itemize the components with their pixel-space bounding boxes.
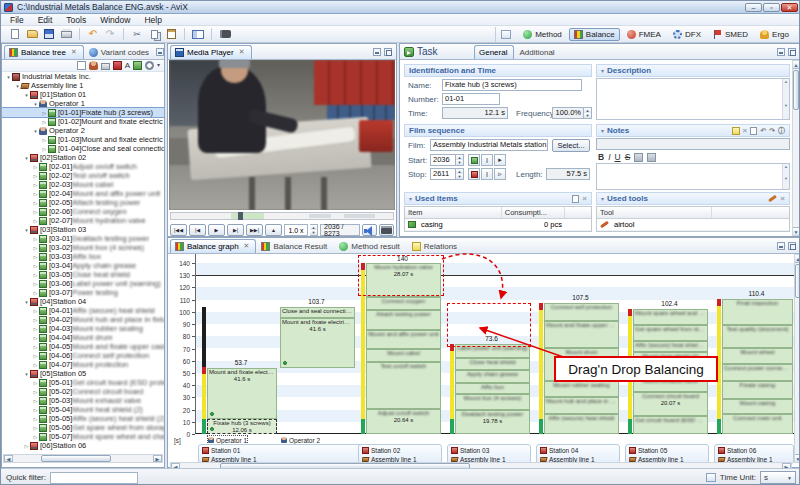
- tab-additional[interactable]: Additional: [514, 45, 561, 59]
- collapsed-arrow-icon[interactable]: ▷: [32, 272, 39, 278]
- menu-file[interactable]: File: [3, 15, 31, 25]
- task-block[interactable]: Attach testing power: [366, 310, 441, 330]
- description-textarea[interactable]: ▲▼: [596, 78, 790, 120]
- collapsed-arrow-icon[interactable]: ▷: [32, 182, 39, 188]
- expanded-arrow-icon[interactable]: ▾: [23, 155, 30, 161]
- seek-thumb[interactable]: [238, 212, 243, 220]
- tree-item[interactable]: ▷[04-02] Mount hub and place in fixture: [2, 315, 164, 324]
- station-card[interactable]: Station 02Assembly line 1: [358, 444, 442, 464]
- task-block[interactable]: Adjust on/off switch20.64 s: [366, 409, 441, 434]
- column-header[interactable]: Item: [405, 207, 502, 218]
- task-block[interactable]: Affix box: [455, 383, 530, 394]
- task-block[interactable]: Mount and fixate electric unit41.6 s: [280, 318, 355, 369]
- collapsed-arrow-icon[interactable]: ▷: [32, 353, 39, 359]
- time-unit-select[interactable]: s▼: [760, 471, 796, 484]
- insert-person-icon[interactable]: [634, 153, 643, 162]
- tab-variant-codes[interactable]: Variant codes: [84, 45, 156, 59]
- expanded-arrow-icon[interactable]: ▾: [23, 92, 30, 98]
- tree-item[interactable]: ▾[03] Station 03: [2, 225, 164, 234]
- expanded-arrow-icon[interactable]: ▾: [23, 299, 30, 305]
- perspective-ergo-button[interactable]: Ergo: [755, 28, 794, 41]
- task-block[interactable]: Final inspection: [722, 299, 793, 325]
- collapsed-arrow-icon[interactable]: ▷: [32, 425, 39, 431]
- collapsed-arrow-icon[interactable]: ▷: [32, 407, 39, 413]
- perspective-balance-button[interactable]: Balance: [569, 28, 620, 41]
- step-back-button[interactable]: |◀: [189, 224, 206, 236]
- tree-item[interactable]: ▷[02-02] Test on/off switch: [2, 171, 164, 180]
- collapsed-arrow-icon[interactable]: ▷: [41, 146, 48, 152]
- name-field[interactable]: Fixate hub (3 screws): [442, 79, 582, 91]
- select-film-button[interactable]: Select...: [552, 139, 590, 152]
- save-icon[interactable]: [41, 27, 57, 41]
- task-block[interactable]: Mount and fixate upper casing: [544, 321, 619, 348]
- minimize-view-icon[interactable]: [777, 48, 785, 56]
- expanded-arrow-icon[interactable]: ▾: [23, 227, 30, 233]
- tree-item[interactable]: ▷[01-03] Mount and fixate electric unit: [2, 135, 164, 144]
- tab-balance-tree[interactable]: Balance tree✕: [4, 45, 84, 59]
- redo-icon[interactable]: ↷: [102, 27, 118, 41]
- table-row[interactable]: casing0 pcs: [405, 219, 591, 231]
- tab-balance-result[interactable]: Balance Result: [256, 239, 334, 253]
- minimize-button[interactable]: –: [745, 3, 762, 12]
- chart-vertical-scrollbar[interactable]: ▲▼: [794, 254, 800, 463]
- video-frame[interactable]: [169, 60, 395, 210]
- operator-label[interactable]: Operator 1: [208, 436, 247, 444]
- format-b-button[interactable]: B: [598, 152, 604, 162]
- station-card[interactable]: Station 03Assembly line 1: [447, 444, 531, 464]
- collapsed-arrow-icon[interactable]: ▷: [32, 200, 39, 206]
- notes-textarea[interactable]: ▲▼: [596, 163, 790, 190]
- tree-item[interactable]: ▷[04-06] Connect self protection: [2, 351, 164, 360]
- tree-horizontal-scrollbar[interactable]: ◀ ▶: [3, 454, 163, 463]
- copy-icon[interactable]: [750, 127, 757, 135]
- tab-media-player[interactable]: Media Player ✕: [170, 45, 252, 59]
- film-field[interactable]: Assembly Industrial Metals station 7.mpg: [430, 139, 548, 151]
- task-block[interactable]: Mount cabel: [366, 349, 441, 362]
- section-used-tools[interactable]: ▾Used tools ×: [596, 192, 790, 205]
- section-description[interactable]: ▾Description: [596, 64, 790, 77]
- set-start-frame-button[interactable]: [468, 154, 480, 166]
- minimize-view-icon[interactable]: [156, 48, 164, 56]
- add-tool-icon[interactable]: [768, 195, 777, 203]
- task-block[interactable]: Connect main unit: [722, 414, 793, 434]
- task-block[interactable]: Mount rubber sealing: [544, 381, 619, 397]
- menu-tools[interactable]: Tools: [59, 15, 93, 25]
- tree-item[interactable]: ▾[02] Station 02: [2, 153, 164, 162]
- task-block[interactable]: Mount and fixate electric unit41.6 s: [207, 368, 277, 419]
- cut-icon[interactable]: ✂: [129, 27, 145, 41]
- tree-item[interactable]: ▷[03-06] Label power unit (warning): [2, 279, 164, 288]
- redo-icon[interactable]: ↷: [769, 126, 775, 135]
- collapsed-arrow-icon[interactable]: ▷: [32, 335, 39, 341]
- tree-item[interactable]: ▾Operator 2: [2, 126, 164, 135]
- insert-image-icon[interactable]: [647, 153, 656, 162]
- eject-button[interactable]: ▲: [265, 224, 282, 236]
- expanded-arrow-icon[interactable]: ▾: [32, 128, 39, 134]
- tree-item[interactable]: ▾[01] Station 01: [2, 90, 164, 99]
- task-block[interactable]: Apply chain grease: [455, 370, 530, 383]
- tree-item[interactable]: ▷[02-05] Attach testing power: [2, 198, 164, 207]
- task-block[interactable]: Affix (secure) heat shield (2): [633, 341, 708, 352]
- station-card[interactable]: Station 06Assembly line 1: [714, 444, 794, 464]
- menu-edit[interactable]: Edit: [31, 15, 60, 25]
- tree-item[interactable]: ▷[03-03] Affix box: [2, 252, 164, 261]
- snapshot-button[interactable]: [379, 224, 394, 236]
- expanded-arrow-icon[interactable]: ▾: [32, 101, 39, 107]
- task-block[interactable]: Connect circuit board20.07 s: [633, 392, 708, 417]
- task-block[interactable]: Mount casing: [722, 399, 793, 414]
- tab-balance-graph[interactable]: Balance graph✕: [170, 239, 256, 253]
- perspective-other-button[interactable]: [496, 28, 516, 41]
- info-icon[interactable]: ⓘ: [778, 126, 785, 135]
- maximize-view-icon[interactable]: [788, 242, 796, 250]
- collapsed-arrow-icon[interactable]: ▷: [32, 317, 39, 323]
- minimize-view-icon[interactable]: [777, 242, 785, 250]
- new-file-icon[interactable]: [7, 27, 23, 41]
- text-icon[interactable]: A: [125, 61, 130, 70]
- collapsed-arrow-icon[interactable]: ▷: [32, 236, 39, 242]
- collapsed-arrow-icon[interactable]: ▷: [41, 119, 48, 125]
- task-block[interactable]: Connect oxygen: [366, 297, 441, 310]
- number-field[interactable]: 01-01: [442, 93, 500, 105]
- task-block[interactable]: Mount spare wheel and chain: [633, 309, 708, 325]
- operator-icon[interactable]: [89, 61, 98, 70]
- quick-filter-input[interactable]: [50, 472, 138, 484]
- copy-icon[interactable]: [146, 27, 162, 41]
- tree-item[interactable]: ▷[05-01] Get circuit board (ESD protecti…: [2, 378, 164, 387]
